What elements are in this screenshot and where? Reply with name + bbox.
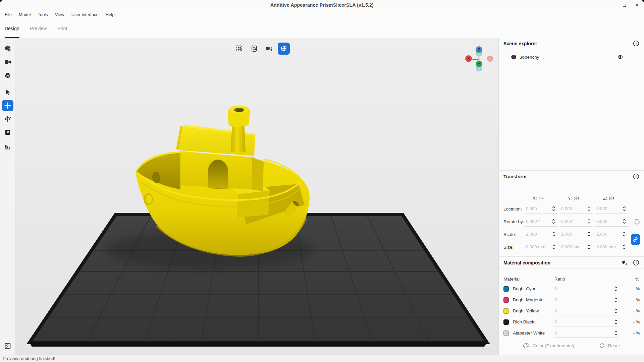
scale-z-input[interactable]: [595, 232, 622, 237]
zoom-to-fit-button[interactable]: [248, 43, 260, 55]
scene-item-label: 3dbenchy: [520, 55, 539, 60]
location-z-input[interactable]: [595, 206, 622, 211]
mirror-z-icon[interactable]: [609, 196, 614, 200]
bright-cyan-ratio-input[interactable]: [554, 286, 613, 291]
scene-explorer-section: Scene explorer 3dbenchy: [499, 38, 644, 170]
scale-z-stepper[interactable]: [622, 232, 627, 237]
material-row-bright-yellow: Bright Yellow - %: [499, 305, 644, 316]
scene-item-3dbenchy[interactable]: 3dbenchy: [499, 51, 644, 63]
info-icon[interactable]: [633, 173, 639, 180]
bright-yellow-stepper[interactable]: [613, 308, 618, 313]
tab-print[interactable]: Print: [57, 19, 67, 38]
info-icon[interactable]: [633, 259, 639, 266]
menu-tools[interactable]: Tools: [38, 12, 48, 17]
transform-axis-header: X: Y: Z:: [499, 194, 644, 202]
perspective-view-button[interactable]: [278, 43, 290, 55]
alabaster-white-stepper[interactable]: [613, 330, 618, 336]
location-x-stepper[interactable]: [551, 206, 556, 211]
rotate-reset-button[interactable]: [634, 219, 640, 225]
size-z-input[interactable]: [595, 244, 622, 249]
statistics-tool-button[interactable]: [2, 141, 13, 153]
scale-icon: [4, 129, 11, 136]
bright-magenta-stepper[interactable]: [613, 297, 618, 302]
bright-cyan-stepper[interactable]: [613, 286, 618, 291]
mirror-y-icon[interactable]: [574, 196, 579, 200]
gizmo-neg-x-handle[interactable]: [487, 56, 493, 62]
mirror-x-icon[interactable]: [538, 196, 544, 200]
paint-bucket-icon[interactable]: [621, 259, 628, 266]
rotate-icon: [4, 115, 11, 123]
bright-magenta-ratio-input[interactable]: [554, 297, 613, 302]
transform-row-size: Size:: [499, 241, 644, 253]
camera-refresh-icon: [265, 45, 273, 53]
render-camera-button[interactable]: [263, 43, 275, 55]
location-y-stepper[interactable]: [587, 206, 591, 211]
material-actions: Color (Experimental) Reset: [499, 341, 644, 351]
scene-explorer-title: Scene explorer: [503, 41, 537, 46]
tab-design[interactable]: Design: [5, 19, 19, 38]
rotate-z-input[interactable]: [595, 219, 622, 224]
zoom-region-icon: [236, 45, 243, 52]
color-experimental-button[interactable]: Color (Experimental): [523, 343, 574, 349]
visibility-toggle[interactable]: [617, 54, 623, 60]
layers-tool-button[interactable]: [2, 70, 13, 81]
menu-view[interactable]: View: [55, 12, 64, 17]
bright-cyan-swatch: [503, 286, 509, 292]
menu-user-interface[interactable]: User interface: [71, 12, 99, 17]
select-tool-button[interactable]: [2, 86, 13, 98]
gizmo-x-handle[interactable]: X: [465, 55, 472, 62]
location-x-input[interactable]: [525, 206, 551, 211]
menu-model[interactable]: Model: [19, 12, 31, 17]
3d-scene-canvas[interactable]: [15, 38, 498, 355]
rich-black-stepper[interactable]: [613, 319, 618, 324]
3d-viewport[interactable]: Z X Y: [15, 38, 498, 355]
size-y-input[interactable]: [560, 244, 587, 249]
transform-row-rotate: Rotate by:: [499, 215, 644, 228]
right-panel: Scene explorer 3dbenchy Transform: [498, 38, 644, 355]
maximize-button[interactable]: [622, 3, 627, 7]
rotate-y-stepper[interactable]: [587, 219, 591, 224]
material-column-header: Material: [503, 277, 554, 282]
minimize-button[interactable]: [609, 3, 614, 7]
scale-y-stepper[interactable]: [587, 232, 591, 237]
rotate-x-stepper[interactable]: [551, 219, 556, 224]
scale-x-input[interactable]: [525, 232, 551, 237]
gizmo-y-handle[interactable]: Y: [476, 61, 482, 67]
size-x-input[interactable]: [525, 244, 551, 249]
rotate-tool-button[interactable]: [2, 113, 13, 125]
rotate-y-input[interactable]: [560, 219, 587, 224]
size-z-stepper[interactable]: [622, 244, 627, 249]
rotate-x-input[interactable]: [525, 219, 551, 224]
alabaster-white-ratio-input[interactable]: [554, 330, 613, 336]
uniform-scale-link-button[interactable]: [631, 234, 640, 245]
move-tool-button[interactable]: [2, 100, 13, 111]
tab-preview[interactable]: Preview: [30, 19, 47, 38]
size-x-stepper[interactable]: [551, 244, 556, 249]
size-y-stepper[interactable]: [587, 244, 591, 249]
info-icon[interactable]: [633, 40, 639, 47]
minimize-icon: [610, 5, 613, 5]
rich-black-ratio-input[interactable]: [554, 319, 613, 324]
zoom-to-region-button[interactable]: [233, 43, 246, 55]
rotate-z-stepper[interactable]: [622, 219, 627, 224]
scale-y-input[interactable]: [560, 232, 587, 237]
app-window: Additive Appearance PrismSlicerSLA (v1.5…: [0, 0, 644, 362]
scale-x-stepper[interactable]: [551, 232, 556, 237]
add-model-button[interactable]: [2, 43, 13, 54]
close-button[interactable]: ✕: [635, 3, 639, 7]
material-reset-button[interactable]: Reset: [599, 343, 620, 349]
menu-help[interactable]: Help: [106, 12, 115, 17]
menubar: File Model Tools View User interface Hel…: [0, 10, 644, 19]
scale-tool-button[interactable]: [2, 127, 13, 138]
gizmo-z-handle[interactable]: Z: [476, 46, 482, 53]
bright-magenta-swatch: [503, 297, 509, 303]
menu-file[interactable]: File: [5, 12, 12, 17]
camera-tool-button[interactable]: [2, 56, 13, 68]
log-panel-button[interactable]: [2, 340, 13, 352]
palette-icon: [523, 343, 530, 349]
location-z-stepper[interactable]: [622, 206, 627, 211]
orientation-gizmo[interactable]: Z X Y: [453, 43, 498, 79]
location-y-input[interactable]: [560, 206, 587, 211]
bright-yellow-ratio-input[interactable]: [554, 308, 613, 313]
axis-y-label: Y:: [568, 196, 572, 201]
